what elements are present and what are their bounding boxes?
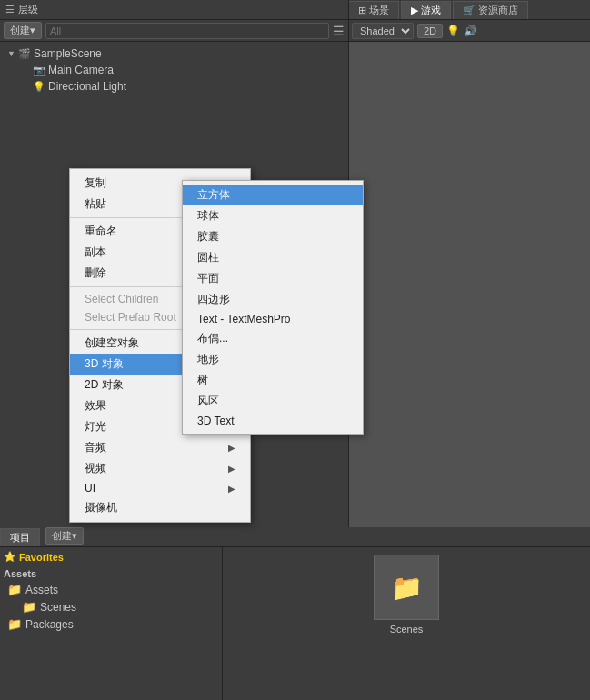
submenu-item-cylinder[interactable]: 圆柱 [183, 247, 363, 268]
shading-select[interactable]: Shaded [352, 23, 414, 39]
store-tab-icon: 🛒 [463, 5, 475, 16]
tab-project[interactable]: 项目 [0, 528, 40, 546]
hierarchy-create-button[interactable]: 创建▾ [4, 22, 42, 39]
plane-label: 平面 [197, 271, 219, 286]
3dtext-label: 3D Text [197, 415, 234, 427]
submenu-item-sphere[interactable]: 球体 [183, 205, 363, 226]
scene-name: SampleScene [34, 47, 102, 60]
scene-tab-label: 场景 [369, 4, 389, 17]
paste-label: 粘贴 [85, 196, 106, 212]
submenu-item-capsule[interactable]: 胶囊 [183, 226, 363, 247]
thumbnail-icon: 📁 [391, 573, 423, 603]
ui-arrow: ▶ [228, 484, 235, 494]
bottom-tabs: 项目 创建▾ [0, 527, 590, 547]
rename-label: 重命名 [85, 224, 117, 239]
sphere-label: 球体 [197, 208, 219, 224]
scene-tabs: ⊞ 场景 ▶ 游戏 🛒 资源商店 [348, 0, 590, 20]
submenu-item-cube[interactable]: 立方体 [183, 185, 363, 205]
assets-folder-label: Assets [25, 584, 58, 596]
video-arrow: ▶ [228, 464, 235, 474]
tree-item-camera[interactable]: 📷 Main Camera [0, 62, 348, 78]
cube-label: 立方体 [197, 187, 230, 203]
assets-column-label: Assets [4, 568, 36, 579]
project-tree: ⭐ Favorites Assets 📁 Assets 📁 Scenes 📁 P… [0, 547, 223, 700]
menu-icon[interactable]: ☰ [333, 24, 345, 38]
tab-assetstore[interactable]: 🛒 资源商店 [453, 1, 528, 19]
packages-folder-icon: 📁 [7, 617, 22, 631]
camera-menu-label: 摄像机 [85, 500, 117, 515]
select-prefab-root-label: Select Prefab Root [85, 311, 176, 324]
create-empty-label: 创建空对象 [85, 335, 139, 351]
audio-toggle-icon[interactable]: 🔊 [464, 25, 477, 37]
asset-view: 📁 Scenes [223, 547, 590, 700]
ui-label: UI [85, 482, 95, 495]
light-icon: 💡 [33, 81, 45, 93]
video-label: 视频 [85, 461, 106, 476]
2d-object-label: 2D 对象 [85, 377, 124, 393]
duplicate-label: 副本 [85, 245, 106, 260]
cylinder-label: 圆柱 [197, 250, 219, 265]
ragdoll-label: 布偶... [197, 331, 228, 346]
hierarchy-title: 层级 [18, 3, 38, 16]
delete-label: 删除 [85, 265, 106, 281]
scene-toolbar: Shaded 2D 💡 🔊 [348, 20, 590, 42]
game-tab-label: 游戏 [421, 4, 441, 17]
submenu-item-ragdoll[interactable]: 布偶... [183, 328, 363, 349]
star-icon: ⭐ [4, 551, 16, 563]
menu-item-video[interactable]: 视频 ▶ [70, 458, 250, 479]
scene-root-item[interactable]: ▼ 🎬 SampleScene [0, 45, 348, 62]
assets-root-folder[interactable]: 📁 Assets [4, 581, 218, 598]
camera-icon: 📷 [33, 65, 45, 76]
packages-folder-label: Packages [25, 618, 74, 631]
submenu-item-terrain[interactable]: 地形 [183, 349, 363, 370]
quad-label: 四边形 [197, 292, 230, 307]
packages-folder[interactable]: 📁 Packages [4, 615, 218, 633]
light-label: Directional Light [48, 80, 126, 93]
select-children-label: Select Children [85, 293, 158, 305]
game-tab-icon: ▶ [411, 5, 418, 16]
effects-label: 效果 [85, 398, 106, 414]
tree-label: 树 [197, 373, 208, 388]
2d-button[interactable]: 2D [417, 24, 443, 38]
assets-folder-icon: 📁 [7, 583, 22, 596]
store-tab-label: 资源商店 [478, 4, 518, 17]
menu-item-camera[interactable]: 摄像机 [70, 497, 250, 518]
hierarchy-header: ☰ 层级 [0, 0, 348, 20]
favorites-section: ⭐ Favorites [4, 551, 218, 563]
menu-item-audio[interactable]: 音频 ▶ [70, 437, 250, 458]
light-toggle-icon[interactable]: 💡 [446, 25, 460, 37]
submenu-item-windzone[interactable]: 风区 [183, 391, 363, 412]
scene-panel: ⊞ 场景 ▶ 游戏 🛒 资源商店 Shaded 2D 💡 🔊 [348, 0, 590, 527]
submenu-item-quad[interactable]: 四边形 [183, 289, 363, 310]
scenes-folder-label: Scenes [40, 601, 76, 614]
project-create-button[interactable]: 创建▾ [45, 527, 84, 545]
submenu-item-plane[interactable]: 平面 [183, 268, 363, 289]
submenu-item-tree[interactable]: 树 [183, 370, 363, 391]
asset-thumbnail-scenes[interactable]: 📁 [374, 555, 439, 620]
favorites-label: Favorites [19, 552, 64, 563]
scene-tab-icon: ⊞ [358, 5, 366, 16]
project-tab-label: 项目 [10, 531, 30, 545]
submenu-item-3dtext[interactable]: 3D Text [183, 412, 363, 430]
bottom-content: ⭐ Favorites Assets 📁 Assets 📁 Scenes 📁 P… [0, 547, 590, 700]
expand-arrow: ▼ [7, 49, 18, 58]
hierarchy-search-input[interactable] [45, 23, 329, 39]
copy-label: 复制 [85, 175, 106, 191]
project-panel: 项目 创建▾ ⭐ Favorites Assets 📁 Assets 📁 Sce… [0, 527, 590, 700]
tab-game[interactable]: ▶ 游戏 [401, 1, 451, 19]
tab-scene[interactable]: ⊞ 场景 [348, 1, 399, 19]
menu-item-ui[interactable]: UI ▶ [70, 479, 250, 497]
3d-object-label: 3D 对象 [85, 356, 124, 372]
scene-icon: 🎬 [18, 48, 31, 60]
audio-arrow: ▶ [228, 443, 235, 453]
light-label: 灯光 [85, 419, 106, 435]
hierarchy-toolbar: 创建▾ ☰ [0, 20, 348, 42]
scenes-folder[interactable]: 📁 Scenes [4, 598, 218, 615]
scenes-folder-icon: 📁 [22, 600, 36, 614]
scene-viewport [348, 42, 590, 527]
submenu-item-textmeshpro[interactable]: Text - TextMeshPro [183, 310, 363, 328]
textmeshpro-label: Text - TextMeshPro [197, 313, 290, 325]
tree-item-light[interactable]: 💡 Directional Light [0, 78, 348, 95]
hierarchy-icon: ☰ [5, 4, 15, 15]
terrain-label: 地形 [197, 352, 219, 367]
